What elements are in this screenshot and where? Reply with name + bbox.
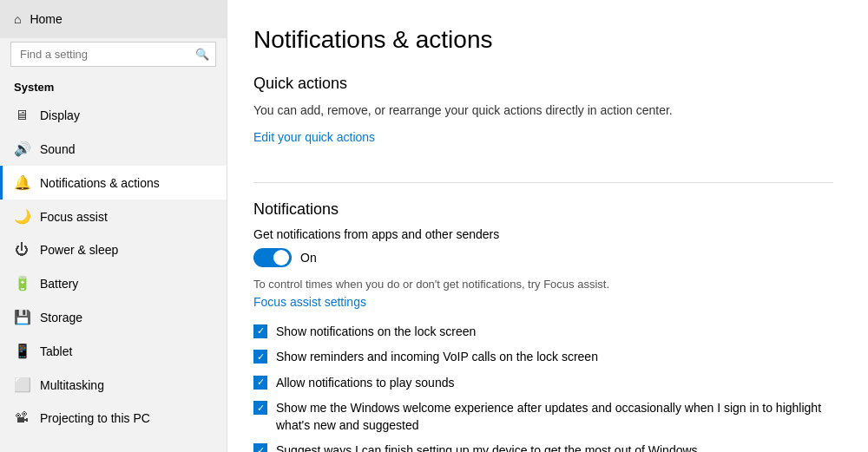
sidebar-item-storage[interactable]: 💾 Storage (0, 300, 227, 334)
toggle-label: Get notifications from apps and other se… (253, 227, 833, 241)
check-icon: ✓ (257, 377, 265, 387)
sidebar-item-label: Multitasking (40, 378, 104, 392)
check-icon: ✓ (257, 446, 265, 452)
toggle-on-label: On (300, 251, 317, 265)
sidebar-item-power[interactable]: ⏻ Power & sleep (0, 233, 227, 266)
edit-quick-actions-link[interactable]: Edit your quick actions (253, 130, 375, 144)
quick-actions-title: Quick actions (253, 75, 833, 93)
sidebar-item-focus[interactable]: 🌙 Focus assist (0, 200, 227, 233)
sidebar-item-sound[interactable]: 🔊 Sound (0, 132, 227, 166)
check-icon: ✓ (257, 403, 265, 413)
quick-actions-description: You can add, remove, or rearrange your q… (253, 102, 833, 120)
notifications-icon: 🔔 (14, 174, 30, 191)
checkbox-welcome-label: Show me the Windows welcome experience a… (276, 400, 833, 434)
divider (253, 182, 833, 183)
checkboxes-container: ✓ Show notifications on the lock screen … (253, 324, 833, 453)
notifications-toggle-row: Get notifications from apps and other se… (253, 227, 833, 267)
battery-icon: 🔋 (14, 275, 30, 292)
sidebar-item-projecting[interactable]: 📽 Projecting to this PC (0, 402, 227, 435)
checkbox-sounds-box[interactable]: ✓ (253, 376, 267, 390)
multitasking-icon: ⬜ (14, 377, 30, 393)
sidebar-item-display[interactable]: 🖥 Display (0, 99, 227, 132)
checkbox-welcome-box[interactable]: ✓ (253, 401, 267, 415)
checkbox-lock-screen: ✓ Show notifications on the lock screen (253, 324, 833, 341)
checkbox-lock-screen-label: Show notifications on the lock screen (276, 324, 476, 341)
sidebar-home[interactable]: ⌂ Home (0, 0, 227, 38)
notifications-toggle[interactable] (253, 248, 292, 267)
sidebar-item-label: Display (40, 108, 80, 122)
system-section-label: System (0, 75, 227, 99)
sidebar-item-label: Sound (40, 142, 75, 156)
toggle-knob (273, 250, 289, 265)
notifications-section-title: Notifications (253, 200, 833, 219)
sidebar-item-label: Notifications & actions (40, 176, 160, 190)
sound-icon: 🔊 (14, 141, 30, 157)
home-icon: ⌂ (14, 12, 21, 26)
checkbox-sounds: ✓ Allow notifications to play sounds (253, 375, 833, 392)
checkbox-suggest: ✓ Suggest ways I can finish setting up m… (253, 442, 833, 452)
check-icon: ✓ (257, 352, 265, 362)
checkbox-voip-box[interactable]: ✓ (253, 350, 267, 364)
checkbox-suggest-box[interactable]: ✓ (253, 443, 267, 452)
checkbox-welcome: ✓ Show me the Windows welcome experience… (253, 400, 833, 434)
sidebar: ⌂ Home 🔍 System 🖥 Display 🔊 Sound 🔔 Noti… (0, 0, 227, 452)
checkbox-suggest-label: Suggest ways I can finish setting up my … (276, 442, 698, 452)
home-label: Home (30, 12, 62, 26)
sidebar-item-label: Projecting to this PC (40, 411, 150, 425)
check-icon: ✓ (257, 326, 265, 336)
search-box-container: 🔍 (10, 42, 216, 67)
sidebar-item-label: Battery (40, 277, 78, 291)
sidebar-item-label: Tablet (40, 344, 72, 358)
checkbox-voip-label: Show reminders and incoming VoIP calls o… (276, 349, 598, 366)
focus-hint-text: To control times when you do or don't ge… (253, 276, 833, 311)
checkbox-lock-screen-box[interactable]: ✓ (253, 324, 267, 338)
display-icon: 🖥 (14, 108, 30, 123)
sidebar-item-label: Focus assist (40, 210, 108, 224)
toggle-container: On (253, 248, 833, 267)
main-content: Notifications & actions Quick actions Yo… (227, 0, 868, 452)
focus-assist-link[interactable]: Focus assist settings (253, 293, 366, 311)
search-input[interactable] (10, 42, 216, 67)
sidebar-item-label: Power & sleep (40, 243, 118, 257)
sidebar-item-battery[interactable]: 🔋 Battery (0, 266, 227, 300)
power-icon: ⏻ (14, 242, 30, 258)
sidebar-item-tablet[interactable]: 📱 Tablet (0, 334, 227, 368)
checkbox-voip: ✓ Show reminders and incoming VoIP calls… (253, 349, 833, 366)
page-title: Notifications & actions (253, 26, 833, 54)
focus-icon: 🌙 (14, 208, 30, 225)
sidebar-item-label: Storage (40, 311, 82, 324)
sidebar-item-notifications[interactable]: 🔔 Notifications & actions (0, 166, 227, 200)
projecting-icon: 📽 (14, 410, 30, 426)
hint-text-content: To control times when you do or don't ge… (253, 278, 609, 291)
checkbox-sounds-label: Allow notifications to play sounds (276, 375, 454, 392)
storage-icon: 💾 (14, 309, 30, 325)
sidebar-item-multitasking[interactable]: ⬜ Multitasking (0, 368, 227, 402)
tablet-icon: 📱 (14, 343, 30, 359)
